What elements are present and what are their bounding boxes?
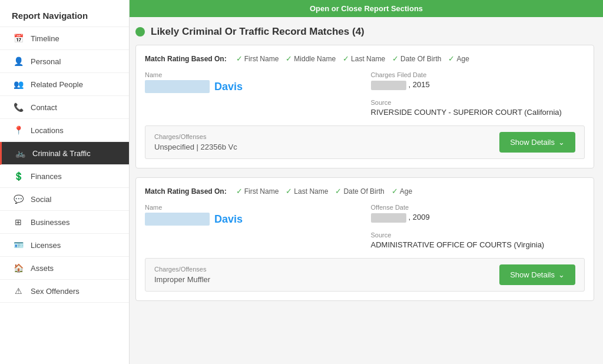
- match-rating-label: Match Rating Based On:: [145, 55, 227, 63]
- date-blur: [371, 81, 406, 90]
- sidebar: Report Navigation 📅 Timeline 👤 Personal …: [0, 0, 130, 364]
- source-field-group: Source RIVERSIDE COUNTY - SUPERIOR COURT…: [371, 99, 585, 117]
- name-label: Name: [145, 204, 359, 211]
- charges-label: Charges/Offenses: [154, 266, 210, 273]
- date-label: Offense Date: [371, 204, 585, 211]
- sidebar-label-related-people: Related People: [31, 80, 83, 89]
- sidebar-label-contact: Contact: [31, 103, 57, 112]
- sidebar-item-sex-offenders[interactable]: ⚠ Sex Offenders: [0, 280, 129, 303]
- record-fields: Name Davis Charges Filed Date , 2015 Sou…: [145, 71, 585, 117]
- record-card-2: Match Rating Based On: ✓ First Name ✓ La…: [135, 177, 594, 301]
- sidebar-label-locations: Locations: [31, 126, 64, 135]
- match-chip-label: Date Of Birth: [400, 55, 441, 63]
- sidebar-icon-contact: 📞: [12, 102, 25, 112]
- sidebar-label-personal: Personal: [31, 57, 61, 66]
- charges-content: Charges/Offenses Improper Muffler: [154, 266, 210, 284]
- check-icon: ✓: [236, 187, 243, 196]
- match-chip-label: Last Name: [294, 187, 328, 196]
- match-chip: ✓ Date Of Birth: [335, 187, 384, 196]
- sidebar-label-criminal-traffic: Criminal & Traffic: [32, 149, 91, 158]
- sidebar-icon-locations: 📍: [12, 125, 25, 135]
- source-value: ADMINISTRATIVE OFFICE OF COURTS (Virgini…: [371, 240, 585, 249]
- sidebar-icon-licenses: 🪪: [12, 240, 25, 250]
- date-value: , 2009: [371, 213, 585, 223]
- charges-section: Charges/Offenses Improper Muffler Show D…: [145, 258, 585, 292]
- show-details-label: Show Details: [510, 270, 555, 279]
- charges-label: Charges/Offenses: [154, 133, 237, 140]
- name-blur: [145, 80, 210, 93]
- sidebar-item-businesses[interactable]: ⊞ Businesses: [0, 211, 129, 234]
- source-label: Source: [371, 99, 585, 106]
- match-chip-label: First Name: [244, 187, 279, 196]
- match-chip: ✓ Last Name: [343, 54, 385, 63]
- date-field-group: Offense Date , 2009: [371, 204, 585, 226]
- check-icon: ✓: [286, 54, 292, 63]
- match-chip-label: Last Name: [351, 55, 385, 63]
- match-chip-label: Date Of Birth: [343, 187, 384, 196]
- show-details-label: Show Details: [510, 138, 555, 147]
- sidebar-item-assets[interactable]: 🏠 Assets: [0, 257, 129, 280]
- sidebar-label-assets: Assets: [31, 264, 54, 273]
- match-chip: ✓ Date Of Birth: [392, 54, 441, 63]
- sidebar-item-social[interactable]: 💬 Social: [0, 188, 129, 211]
- match-chip: ✓ First Name: [236, 187, 279, 196]
- match-rating-row: Match Rating Based On: ✓ First Name ✓ Mi…: [145, 54, 585, 63]
- match-rating-row: Match Rating Based On: ✓ First Name ✓ La…: [145, 187, 585, 196]
- sidebar-icon-finances: 💲: [12, 171, 25, 181]
- sidebar-item-finances[interactable]: 💲 Finances: [0, 165, 129, 188]
- match-chip-label: Middle Name: [294, 55, 336, 63]
- chevron-down-icon: ⌄: [558, 138, 565, 147]
- open-close-sections-button[interactable]: Open or Close Report Sections: [130, 0, 603, 17]
- sidebar-icon-social: 💬: [12, 194, 25, 204]
- sidebar-item-locations[interactable]: 📍 Locations: [0, 119, 129, 142]
- sidebar-label-social: Social: [31, 195, 51, 204]
- sidebar-icon-businesses: ⊞: [12, 217, 25, 227]
- match-chip: ✓ Age: [448, 54, 469, 63]
- show-details-button-2[interactable]: Show Details ⌄: [499, 264, 575, 285]
- date-field-group: Charges Filed Date , 2015: [371, 71, 585, 93]
- match-chip-label: First Name: [244, 55, 279, 63]
- sidebar-item-timeline[interactable]: 📅 Timeline: [0, 27, 129, 50]
- name-field-group: Name Davis: [145, 71, 359, 93]
- sidebar-item-licenses[interactable]: 🪪 Licenses: [0, 234, 129, 257]
- main-content: Open or Close Report Sections Likely Cri…: [130, 0, 603, 364]
- check-icon: ✓: [286, 187, 292, 196]
- source-label: Source: [371, 231, 585, 239]
- name-label: Name: [145, 71, 359, 78]
- charges-value: Unspecified | 22356b Vc: [154, 143, 237, 151]
- record-fields: Name Davis Offense Date , 2009 Source AD…: [145, 204, 585, 249]
- date-blur: [371, 213, 406, 223]
- match-chip: ✓ Middle Name: [286, 54, 336, 63]
- match-chip-label: Age: [400, 187, 412, 196]
- sidebar-icon-personal: 👤: [12, 57, 25, 66]
- source-value: RIVERSIDE COUNTY - SUPERIOR COURT (Calif…: [371, 108, 585, 117]
- name-value: Davis: [145, 213, 359, 226]
- chevron-down-icon: ⌄: [558, 270, 565, 279]
- sidebar-title: Report Navigation: [0, 0, 129, 27]
- sidebar-icon-timeline: 📅: [12, 34, 25, 43]
- sidebar-item-personal[interactable]: 👤 Personal: [0, 50, 129, 73]
- show-details-button-1[interactable]: Show Details ⌄: [499, 132, 575, 153]
- check-icon: ✓: [392, 54, 399, 63]
- match-chip: ✓ First Name: [236, 54, 279, 63]
- last-name: Davis: [214, 213, 243, 226]
- match-chip-label: Age: [456, 55, 469, 63]
- sidebar-icon-sex-offenders: ⚠: [12, 286, 25, 296]
- sidebar-item-criminal-traffic[interactable]: 🚲 Criminal & Traffic: [0, 142, 129, 165]
- sidebar-icon-related-people: 👥: [12, 80, 25, 89]
- match-chip: ✓ Last Name: [286, 187, 328, 196]
- sidebar-label-timeline: Timeline: [31, 34, 59, 43]
- check-icon: ✓: [335, 187, 342, 196]
- charges-section: Charges/Offenses Unspecified | 22356b Vc…: [145, 125, 585, 159]
- last-name: Davis: [214, 81, 243, 93]
- sidebar-item-related-people[interactable]: 👥 Related People: [0, 73, 129, 96]
- record-card-1: Match Rating Based On: ✓ First Name ✓ Mi…: [135, 45, 594, 168]
- match-rating-label: Match Rating Based On:: [145, 187, 227, 196]
- content-area: Likely Criminal Or Traffic Record Matche…: [130, 17, 603, 364]
- sidebar-icon-assets: 🏠: [12, 263, 25, 273]
- sidebar-label-licenses: Licenses: [31, 241, 61, 250]
- source-field-group: Source ADMINISTRATIVE OFFICE OF COURTS (…: [371, 231, 585, 249]
- section-header: Likely Criminal Or Traffic Record Matche…: [135, 26, 594, 38]
- sidebar-item-contact[interactable]: 📞 Contact: [0, 96, 129, 119]
- check-icon: ✓: [343, 54, 349, 63]
